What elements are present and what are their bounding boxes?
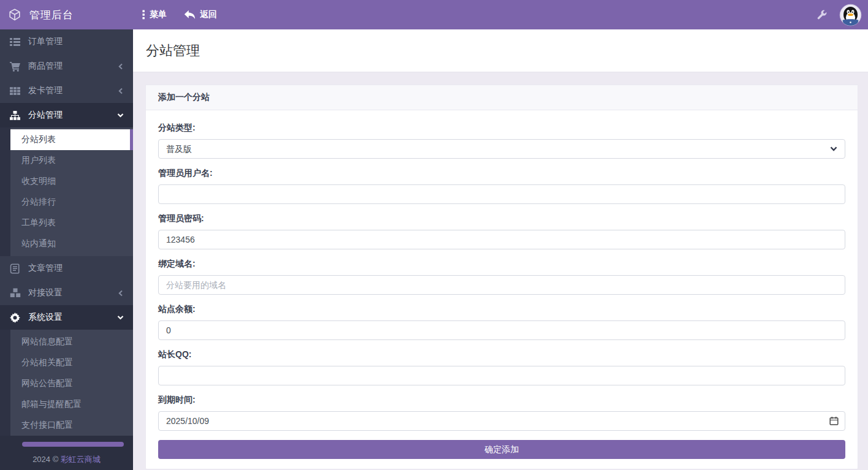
submenu-item-ticket-list[interactable]: 工单列表 (10, 213, 133, 233)
submenu-item-user-list[interactable]: 用户列表 (10, 150, 133, 171)
cubes-icon (9, 288, 21, 298)
sidebar-item-cards[interactable]: 发卡管理 (0, 78, 133, 103)
webmaster-qq-input[interactable] (158, 366, 845, 385)
chevron-left-icon (118, 63, 124, 70)
confirm-add-button[interactable]: 确定添加 (158, 440, 845, 459)
field-admin-username: 管理员用户名: (158, 168, 845, 204)
topbar-right (817, 4, 868, 26)
field-expire-date: 到期时间: (158, 395, 845, 431)
sidebar-item-label: 发卡管理 (28, 85, 118, 96)
submenu-item-label: 分站排行 (21, 197, 56, 208)
submenu-item-label: 用户列表 (21, 155, 56, 166)
chevron-left-icon (118, 88, 124, 94)
copyright-year: 2024 © (32, 455, 61, 464)
chevron-down-icon (117, 112, 124, 118)
submenu-item-label: 站内通知 (21, 238, 56, 249)
submenu-item-label: 网站公告配置 (21, 378, 73, 389)
submenu-item-announcement-config[interactable]: 网站公告配置 (10, 373, 133, 394)
main-area: 分站管理 添加一个分站 分站类型: 普及版 管 (133, 29, 868, 470)
sidebar-item-system-settings[interactable]: 系统设置 (0, 305, 133, 330)
list-icon (9, 37, 21, 47)
sidebar-item-label: 分站管理 (28, 110, 117, 121)
system-settings-submenu: 网站信息配置 分站相关配置 网站公告配置 邮箱与提醒配置 支付接口配置 (0, 330, 133, 436)
site-type-select[interactable]: 普及版 (158, 139, 845, 159)
sidebar-item-articles[interactable]: 文章管理 (0, 256, 133, 281)
content-area: 添加一个分站 分站类型: 普及版 管理员用户名: (133, 72, 868, 470)
submenu-item-label: 工单列表 (21, 218, 56, 229)
sidebar-item-label: 系统设置 (28, 312, 117, 323)
admin-password-input[interactable] (158, 230, 845, 249)
sidebar-item-label: 对接设置 (28, 287, 118, 298)
sidebar-item-substations[interactable]: 分站管理 (0, 103, 133, 127)
add-substation-panel: 添加一个分站 分站类型: 普及版 管理员用户名: (145, 85, 858, 469)
bind-domain-input[interactable] (158, 275, 845, 295)
brand-title: 管理后台 (29, 8, 74, 22)
substations-submenu: 分站列表 用户列表 收支明细 分站排行 工单列表 站内通知 (0, 127, 133, 256)
submenu-item-substation-rank[interactable]: 分站排行 (10, 192, 133, 213)
sidebar-item-products[interactable]: 商品管理 (0, 54, 133, 78)
vertical-dots-icon (142, 10, 145, 20)
grid-icon (9, 86, 21, 96)
sidebar-scrollbar-thumb[interactable] (22, 442, 124, 447)
qq-penguin-avatar[interactable] (839, 4, 862, 26)
site-balance-input[interactable] (158, 320, 845, 340)
sidebar: 订单管理 商品管理 发卡管理 (0, 29, 133, 470)
submenu-item-substation-config[interactable]: 分站相关配置 (10, 352, 133, 373)
sidebar-menu: 订单管理 商品管理 发卡管理 (0, 29, 133, 436)
submenu-item-label: 邮箱与提醒配置 (21, 399, 82, 410)
expire-date-label: 到期时间: (158, 395, 845, 406)
sidebar-item-orders[interactable]: 订单管理 (0, 29, 133, 54)
sidebar-item-label: 订单管理 (28, 36, 124, 47)
submenu-item-substation-list[interactable]: 分站列表 (10, 129, 133, 150)
cart-icon (9, 61, 21, 72)
admin-password-label: 管理员密码: (158, 213, 845, 224)
submenu-item-email-reminder-config[interactable]: 邮箱与提醒配置 (10, 394, 133, 415)
wrench-icon[interactable] (817, 10, 827, 20)
field-site-type: 分站类型: 普及版 (158, 123, 845, 159)
article-icon (9, 263, 21, 274)
sidebar-item-integration[interactable]: 对接设置 (0, 281, 133, 305)
brand[interactable]: 管理后台 (0, 8, 133, 22)
admin-username-input[interactable] (158, 184, 845, 204)
sidebar-item-label: 文章管理 (28, 263, 124, 274)
submenu-item-site-notice[interactable]: 站内通知 (10, 233, 133, 254)
site-link[interactable]: 彩虹云商城 (61, 455, 101, 464)
site-balance-label: 站点余额: (158, 304, 845, 315)
bind-domain-label: 绑定域名: (158, 259, 845, 270)
add-substation-form: 分站类型: 普及版 管理员用户名: 管理员密码: (146, 110, 858, 469)
submenu-item-label: 分站列表 (21, 134, 56, 145)
field-admin-password: 管理员密码: (158, 213, 845, 249)
sidebar-footer: 2024 © 彩虹云商城 (0, 436, 133, 470)
back-button[interactable]: 返回 (184, 9, 217, 20)
admin-username-label: 管理员用户名: (158, 168, 845, 179)
field-bind-domain: 绑定域名: (158, 259, 845, 295)
back-label: 返回 (200, 9, 217, 20)
page-title: 分站管理 (146, 42, 200, 60)
page-header: 分站管理 (133, 29, 868, 72)
submenu-item-label: 收支明细 (21, 176, 56, 187)
topbar: 管理后台 菜单 返回 (0, 0, 868, 29)
submenu-item-label: 支付接口配置 (21, 420, 73, 431)
gear-icon (9, 313, 21, 323)
submenu-item-income-detail[interactable]: 收支明细 (10, 171, 133, 192)
site-type-label: 分站类型: (158, 123, 845, 134)
topbar-nav: 菜单 返回 (142, 9, 217, 20)
panel-title: 添加一个分站 (146, 85, 858, 110)
cube-icon (8, 8, 21, 21)
field-site-balance: 站点余额: (158, 304, 845, 340)
menu-toggle-button[interactable]: 菜单 (142, 9, 167, 20)
chevron-down-icon (117, 314, 124, 320)
reply-arrow-icon (184, 10, 196, 20)
field-webmaster-qq: 站长QQ: (158, 349, 845, 385)
sitemap-icon (9, 110, 21, 121)
submenu-item-label: 网站信息配置 (21, 336, 73, 347)
copyright: 2024 © 彩虹云商城 (0, 454, 133, 465)
submenu-item-label: 分站相关配置 (21, 357, 73, 368)
submenu-item-site-info-config[interactable]: 网站信息配置 (10, 332, 133, 352)
submenu-item-payment-api-config[interactable]: 支付接口配置 (10, 415, 133, 436)
chevron-left-icon (118, 290, 124, 297)
webmaster-qq-label: 站长QQ: (158, 349, 845, 360)
expire-date-input[interactable] (158, 411, 845, 431)
sidebar-item-label: 商品管理 (28, 61, 118, 72)
menu-toggle-label: 菜单 (150, 9, 167, 20)
